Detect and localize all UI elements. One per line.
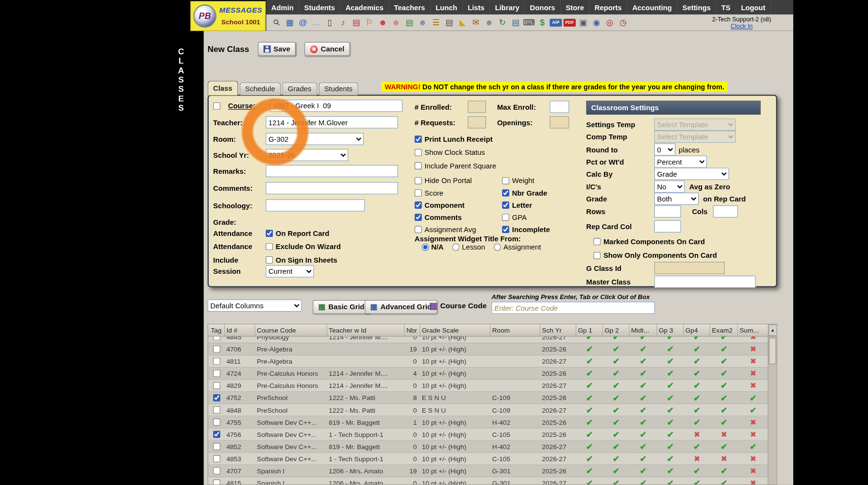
row-tag-checkbox[interactable] xyxy=(213,443,220,450)
radio-assignment[interactable]: Assignment xyxy=(494,243,541,251)
lunch-icon[interactable]: ☰ xyxy=(430,17,442,28)
table-row[interactable]: 4707Spanish I1206 - Mrs. Amato1910 pt +/… xyxy=(208,465,768,477)
person-red-icon[interactable]: ☻ xyxy=(377,17,389,28)
table-row[interactable]: 4756Software Dev C++...1 - Tech Support-… xyxy=(208,429,768,441)
rows-input[interactable] xyxy=(654,205,681,217)
checkbox-score[interactable]: Score xyxy=(415,188,502,197)
school-yr-select[interactable]: 2025-26 xyxy=(266,149,348,161)
on-report-card-checkbox[interactable] xyxy=(266,230,273,237)
keyboard-icon[interactable]: ⌨ xyxy=(523,17,535,28)
settings-temp-select[interactable]: Select Template xyxy=(654,118,736,131)
col-header-room[interactable]: Room xyxy=(490,324,540,336)
cancel-button[interactable]: ✖ Cancel xyxy=(305,42,350,56)
checkbox-print-lunch-receipt[interactable]: Print Lunch Receipt xyxy=(415,133,496,146)
search-icon[interactable]: ⚲ xyxy=(268,14,285,31)
table-scrollbar[interactable] xyxy=(768,336,777,485)
col-header-sum[interactable]: Sum... xyxy=(738,324,768,336)
grade-rep-card-select[interactable]: Both xyxy=(654,193,699,205)
chat-icon[interactable]: … xyxy=(311,17,322,28)
nav-item-admin[interactable]: Admin xyxy=(266,0,299,15)
table-row[interactable]: 4852Software Dev C++...819 - Mr. Baggett… xyxy=(208,441,768,453)
checkbox-gpa[interactable]: GPA xyxy=(502,213,527,221)
email-icon[interactable]: @ xyxy=(297,17,309,28)
max-enroll-input[interactable] xyxy=(550,101,569,113)
nav-item-students[interactable]: Students xyxy=(299,0,340,15)
teacher-input[interactable] xyxy=(266,116,398,128)
nav-item-library[interactable]: Library xyxy=(490,0,525,15)
requests-input[interactable] xyxy=(468,116,486,128)
checkbox-hide-on-portal[interactable]: Hide On Portal xyxy=(415,176,502,184)
audio-icon[interactable]: ♪ xyxy=(337,17,349,28)
exclude-on-wizard-checkbox[interactable] xyxy=(266,243,273,250)
room-select[interactable]: G-302 xyxy=(266,133,364,145)
col-header-gp4[interactable]: Gp4 xyxy=(684,324,710,336)
pct-or-wtd-select[interactable]: Percent xyxy=(654,155,707,167)
advanced-grid-button[interactable]: ▦ Advanced Grid xyxy=(365,300,437,314)
checkbox-comments[interactable]: Comments xyxy=(415,213,502,221)
people-icon[interactable]: ☻ xyxy=(417,17,429,28)
col-header-grade-scale[interactable]: Grade Scale xyxy=(420,324,490,336)
book-icon[interactable]: ▤ xyxy=(403,17,415,28)
nav-item-lists[interactable]: Lists xyxy=(463,0,490,15)
col-header-gp-2[interactable]: Gp 2 xyxy=(603,324,630,336)
course-code-search-input[interactable] xyxy=(492,301,655,314)
cols-input[interactable] xyxy=(713,205,738,217)
row-tag-checkbox[interactable] xyxy=(213,394,220,401)
table-row[interactable]: 4853Software Dev C++...1 - Tech Support-… xyxy=(208,453,768,465)
nav-item-settings[interactable]: Settings xyxy=(677,0,716,15)
round-to-select[interactable]: 0 xyxy=(654,143,675,155)
row-tag-checkbox[interactable] xyxy=(213,358,220,365)
ap-badge-icon[interactable]: A/P xyxy=(550,18,562,26)
col-header-nbr[interactable]: Nbr xyxy=(405,324,420,336)
basic-grid-button[interactable]: ▦ Basic Grid xyxy=(313,300,370,314)
nav-item-ts[interactable]: TS xyxy=(716,0,736,15)
scroll-up-button[interactable]: ▲ xyxy=(768,324,777,336)
refresh-icon[interactable]: ↻ xyxy=(497,17,508,28)
send-icon[interactable]: ✉ xyxy=(470,17,482,28)
nav-item-store[interactable]: Store xyxy=(561,0,590,15)
checkbox-show-clock-status[interactable]: Show Clock Status xyxy=(415,146,496,159)
col-header-gp-3[interactable]: Gp 3 xyxy=(657,324,684,336)
tab-grades[interactable]: Grades xyxy=(282,83,317,95)
show-only-components-checkbox[interactable] xyxy=(593,251,601,259)
cheese-icon[interactable]: ◣ xyxy=(457,17,468,28)
master-class-input[interactable] xyxy=(654,276,756,288)
table-row[interactable]: 4848PreSchool1222 - Ms. Patti0E S N UC-1… xyxy=(208,404,768,416)
table-row[interactable]: 4752PreSchool1222 - Ms. Patti8E S N UC-1… xyxy=(208,392,768,404)
tab-students[interactable]: Students xyxy=(318,83,358,95)
comp-temp-select[interactable]: Select Template xyxy=(654,131,736,143)
money-icon[interactable]: $ xyxy=(536,17,548,28)
person-pink-icon[interactable]: ☻ xyxy=(390,17,402,28)
row-tag-checkbox[interactable] xyxy=(213,479,220,485)
col-header-course-code[interactable]: Course Code xyxy=(255,324,327,336)
on-sign-in-sheets-checkbox[interactable] xyxy=(266,256,273,263)
list-icon[interactable]: ▤ xyxy=(443,17,455,28)
course-label[interactable]: Course: xyxy=(228,101,263,110)
tab-class[interactable]: Class xyxy=(208,81,238,95)
row-tag-checkbox[interactable] xyxy=(213,370,220,377)
scrollbar-thumb[interactable] xyxy=(769,338,776,365)
checkbox-component[interactable]: Component xyxy=(415,201,502,209)
pdf-icon[interactable]: PDF xyxy=(564,18,576,26)
checkbox-weight[interactable]: Weight xyxy=(502,176,534,184)
col-header-tag[interactable]: Tag xyxy=(208,324,225,336)
timer-icon[interactable]: ◷ xyxy=(617,17,629,28)
row-tag-checkbox[interactable] xyxy=(213,406,220,414)
table-row[interactable]: 4811Pre-Algebra010 pt +/- (High)2026-27✔… xyxy=(208,355,768,368)
checkbox-include-parent-square[interactable]: Include Parent Square xyxy=(415,159,496,172)
checkbox-nbr-grade[interactable]: Nbr Grade xyxy=(502,188,547,197)
nav-item-reports[interactable]: Reports xyxy=(589,0,627,15)
mobile-icon[interactable]: ▯ xyxy=(324,17,335,28)
comments-input[interactable] xyxy=(266,182,398,194)
calendar-icon[interactable]: ▤ xyxy=(351,17,362,28)
row-tag-checkbox[interactable] xyxy=(213,467,220,474)
row-tag-checkbox[interactable] xyxy=(213,455,220,462)
nav-item-lunch[interactable]: Lunch xyxy=(431,0,463,15)
columns-select[interactable]: Default Columns xyxy=(208,300,302,312)
col-header-midt[interactable]: Midt... xyxy=(630,324,657,336)
col-header-gp-1[interactable]: Gp 1 xyxy=(576,324,603,336)
notes-icon[interactable]: ▤ xyxy=(510,17,521,28)
col-header-id[interactable]: Id # xyxy=(225,324,255,336)
ics-select[interactable]: No xyxy=(654,181,685,193)
schoology-input[interactable] xyxy=(266,200,365,212)
